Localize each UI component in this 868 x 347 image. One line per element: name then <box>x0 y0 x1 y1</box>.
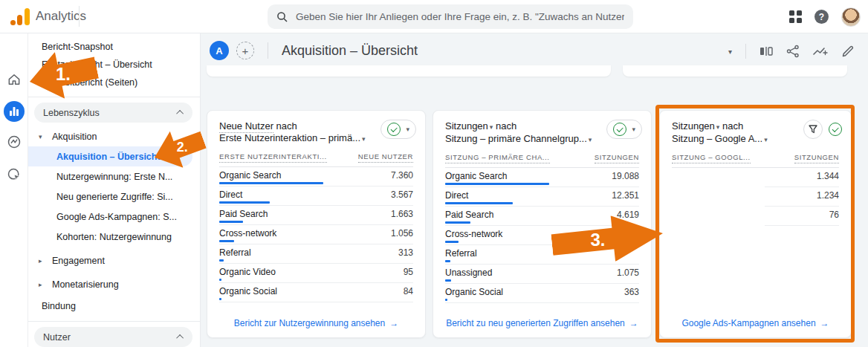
column-header-dimension[interactable]: SITZUNG – PRIMÄRE CHA... <box>445 153 550 163</box>
comparison-icon[interactable] <box>760 45 773 58</box>
table-row[interactable]: Unassigned1.075 <box>445 265 639 284</box>
table-row[interactable]: Direct12.351 <box>445 187 639 207</box>
row-label: Organic Search <box>445 171 549 181</box>
row-label: Referral <box>219 247 251 258</box>
column-header-dimension[interactable]: SITZUNG – GOOGL... <box>672 153 751 163</box>
sidebar-item-retention[interactable]: Bindung <box>28 296 200 316</box>
sidebar-section-user[interactable]: Nutzer <box>34 327 192 347</box>
card-new-users-by-first-user-channel: Neue Nutzer nach Erste Nutzerinteraktion… <box>207 110 426 338</box>
sidebar-item-google-ads-campaigns[interactable]: Google Ads-Kampagnen: S... <box>28 207 200 227</box>
add-comparison-button[interactable]: + <box>236 42 254 59</box>
sidebar-item-traffic-acquisition[interactable]: Neu generierte Zugriffe: Si... <box>28 187 200 207</box>
row-value: 313 <box>398 247 413 263</box>
search-bar[interactable] <box>268 4 633 29</box>
table-row[interactable]: 1.344 <box>672 168 839 187</box>
reports-icon-active[interactable] <box>4 101 25 122</box>
arrow-right-icon: → <box>629 318 638 328</box>
main-content: A + Akquisition – Übersicht ▾ <box>201 33 868 347</box>
sidebar-item-user-acquisition[interactable]: Nutzergewinnung: Erste N... <box>28 166 200 187</box>
row-value: 76 <box>765 210 839 226</box>
filter-funnel-icon[interactable] <box>803 120 823 139</box>
explore-icon[interactable] <box>0 134 28 149</box>
column-header-metric[interactable]: NEUE NUTZER <box>358 152 413 163</box>
pill-caret-icon: ▾ <box>632 126 635 133</box>
sidebar-item-monetization[interactable]: ▸ Monetarisierung <box>28 275 200 294</box>
check-circle-icon <box>387 123 401 136</box>
sidebar-item-report-snapshot[interactable]: Bericht-Snapshot <box>28 38 200 56</box>
row-label: Cross-network <box>219 228 276 239</box>
row-bar <box>219 240 234 242</box>
pill-caret-icon: ▾ <box>406 126 409 133</box>
card-footer-link[interactable]: Bericht zur Nutzergewinnung ansehen→ <box>207 318 425 328</box>
page-title: Akquisition – Übersicht <box>282 43 418 59</box>
user-avatar[interactable] <box>841 7 861 27</box>
header-dropdown-caret-icon[interactable]: ▾ <box>728 48 732 56</box>
check-circle-icon <box>613 123 626 136</box>
row-label: Organic Video <box>219 267 276 277</box>
table-row[interactable]: Cross-network1.056 <box>219 225 413 244</box>
table-header-row: ERSTE NUTZERINTERAKTI... NEUE NUTZER <box>219 152 413 167</box>
share-icon[interactable] <box>786 45 800 58</box>
data-quality-pill[interactable]: ▾ <box>380 120 416 139</box>
data-quality-pill[interactable]: ▾ <box>606 120 642 139</box>
insights-icon[interactable] <box>813 45 828 58</box>
search-input[interactable] <box>296 11 624 22</box>
row-bar <box>445 202 513 204</box>
table-row[interactable]: Organic Search7.360 <box>219 167 413 187</box>
analytics-logo-icon <box>10 7 30 25</box>
sidebar-section-lifecycle[interactable]: Lebenszyklus <box>34 103 192 123</box>
table-row[interactable]: Referral313 <box>219 244 413 264</box>
dimension-caret-icon[interactable]: ▾ <box>362 135 366 143</box>
column-header-dimension[interactable]: ERSTE NUTZERINTERAKTI... <box>219 152 327 163</box>
table-row[interactable]: 1.234 <box>672 187 839 207</box>
row-bar <box>445 241 459 243</box>
table-row[interactable]: Paid Search4.619 <box>445 207 639 226</box>
row-bar <box>219 298 221 300</box>
row-bar <box>445 260 450 262</box>
row-label: Direct <box>445 190 513 201</box>
table-row[interactable]: Paid Search1.663 <box>219 206 413 225</box>
sidebar-item-engagement[interactable]: ▸ Engagement <box>28 251 200 270</box>
row-bar <box>445 221 470 224</box>
table-row[interactable]: Organic Social363 <box>445 284 639 303</box>
card-footer-link[interactable]: Bericht zu neu generierten Zugriffen ans… <box>433 318 651 328</box>
divider <box>28 97 200 97</box>
table-row[interactable]: Direct3.567 <box>219 187 413 206</box>
tree-expand-icon: ▾ <box>39 133 46 140</box>
left-icon-rail <box>0 33 28 347</box>
row-label: Paid Search <box>219 209 268 219</box>
advertising-icon[interactable] <box>0 167 28 182</box>
edit-pencil-icon[interactable] <box>841 45 855 58</box>
table-row[interactable]: Organic Social84 <box>219 283 413 302</box>
column-header-metric[interactable]: SITZUNGEN <box>595 153 639 163</box>
table-row[interactable]: Organic Video95 <box>219 264 413 283</box>
top-app-bar: Analytics ? <box>0 0 868 33</box>
tree-collapsed-icon: ▸ <box>39 281 46 288</box>
row-label: Organic Social <box>219 286 277 296</box>
row-bar <box>219 182 323 184</box>
home-icon[interactable] <box>0 72 28 87</box>
sidebar-item-cohorts[interactable]: Kohorten: Nutzergewinnung <box>28 227 200 247</box>
table-row[interactable]: 76 <box>672 207 839 226</box>
table-row[interactable]: Organic Search19.088 <box>445 168 639 187</box>
card-sessions-by-google-ads: Sitzungen▾ nach Sitzung – Google A...▾ S… <box>659 110 852 338</box>
row-bar <box>219 201 270 204</box>
card-footer-link[interactable]: Google Ads-Kampagnen ansehen→ <box>660 318 851 328</box>
cutoff-card-above-right <box>623 65 847 77</box>
row-value: 1.234 <box>765 190 839 207</box>
row-bar <box>219 221 243 223</box>
dimension-caret-icon[interactable]: ▾ <box>589 136 592 143</box>
row-bar <box>219 259 224 262</box>
row-value: 1.056 <box>391 228 413 244</box>
check-circle-icon[interactable] <box>829 123 842 136</box>
dimension-caret-icon[interactable]: ▾ <box>764 136 768 143</box>
cutoff-card-above-left <box>207 65 611 77</box>
row-label: Unassigned <box>445 267 492 278</box>
arrow-right-icon: → <box>389 318 398 328</box>
row-label: Organic Social <box>445 287 503 297</box>
help-icon[interactable]: ? <box>814 10 829 24</box>
apps-grid-icon[interactable] <box>789 10 802 23</box>
column-header-metric[interactable]: SITZUNGEN <box>794 153 839 163</box>
comparison-avatar[interactable]: A <box>210 41 229 60</box>
row-value: 1.663 <box>391 209 413 224</box>
